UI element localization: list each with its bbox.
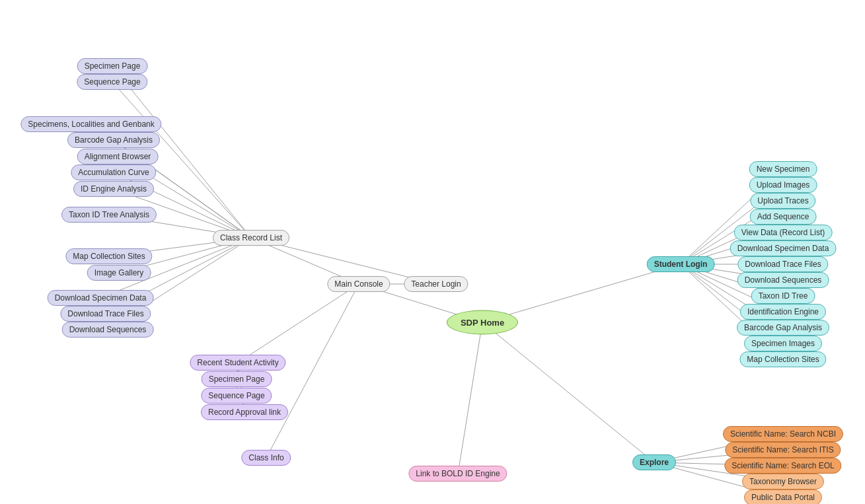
node-barcode_gap_r[interactable]: Barcode Gap Analysis [737, 320, 829, 336]
node-class_record_list[interactable]: Class Record List [213, 230, 289, 246]
svg-line-2 [482, 322, 654, 462]
node-recent_activity[interactable]: Recent Student Activity [190, 355, 285, 371]
node-sequence_page[interactable]: Sequence Page [77, 74, 147, 90]
node-student_login[interactable]: Student Login [647, 256, 715, 272]
mind-map: SDP HomeMain ConsoleTeacher LoginLink to… [0, 0, 865, 504]
node-add_sequence[interactable]: Add Sequence [750, 209, 817, 225]
node-download_seq_r[interactable]: Download Sequences [737, 272, 829, 288]
node-specimen_images[interactable]: Specimen Images [744, 336, 822, 351]
node-download_trace_r[interactable]: Download Trace Files [737, 256, 828, 272]
node-download_trace_left[interactable]: Download Trace Files [60, 306, 151, 322]
node-identification_engine[interactable]: Identification Engine [740, 304, 826, 320]
node-taxon_id_tree[interactable]: Taxon ID Tree [751, 288, 815, 304]
node-main_console[interactable]: Main Console [327, 276, 390, 292]
node-new_specimen[interactable]: New Specimen [749, 161, 817, 177]
node-accumulation_curve[interactable]: Accumulation Curve [71, 164, 156, 180]
node-sci_eol[interactable]: Scientific Name: Search EOL [724, 458, 841, 474]
svg-line-1 [458, 322, 482, 474]
node-public_data_portal[interactable]: Public Data Portal [744, 489, 822, 504]
node-specimens_loc[interactable]: Specimens, Localities and Genbank [20, 116, 161, 132]
node-download_specimen_r[interactable]: Download Specimen Data [730, 240, 837, 256]
node-teacher_login[interactable]: Teacher Login [404, 276, 468, 292]
node-explore[interactable]: Explore [632, 454, 676, 470]
node-sci_itis[interactable]: Scientific Name: Search ITIS [725, 442, 841, 458]
node-taxonomy_browser[interactable]: Taxonomy Browser [742, 474, 824, 489]
node-specimen_page[interactable]: Specimen Page [77, 58, 148, 74]
node-download_specimen_left[interactable]: Download Specimen Data [48, 290, 154, 306]
node-upload_traces[interactable]: Upload Traces [750, 193, 815, 209]
svg-line-3 [482, 264, 681, 322]
node-view_data[interactable]: View Data (Record List) [734, 225, 833, 240]
node-record_approval[interactable]: Record Approval link [201, 404, 288, 420]
node-specimen_page_t[interactable]: Specimen Page [202, 371, 272, 387]
node-sequence_page_t[interactable]: Sequence Page [201, 388, 272, 404]
node-image_gallery[interactable]: Image Gallery [87, 265, 151, 281]
node-link_bold[interactable]: Link to BOLD ID Engine [408, 466, 507, 482]
svg-line-6 [238, 284, 359, 363]
node-class_info[interactable]: Class Info [241, 450, 291, 466]
node-sdp_home[interactable]: SDP Home [447, 310, 518, 335]
node-map_collection_r[interactable]: Map Collection Sites [739, 351, 826, 367]
svg-line-7 [266, 284, 359, 458]
node-barcode_gap[interactable]: Barcode Gap Analysis [67, 132, 160, 148]
node-map_collection_left[interactable]: Map Collection Sites [65, 248, 152, 264]
node-download_seq_left[interactable]: Download Sequences [62, 322, 154, 338]
node-taxon_id_tree_analysis[interactable]: Taxon ID Tree Analysis [61, 207, 157, 223]
node-sci_ncbi[interactable]: Scientific Name: Search NCBI [723, 426, 843, 442]
node-alignment_browser[interactable]: Alignment Browser [77, 149, 159, 164]
node-id_engine_analysis[interactable]: ID Engine Analysis [73, 181, 154, 197]
node-upload_images[interactable]: Upload Images [749, 177, 817, 193]
